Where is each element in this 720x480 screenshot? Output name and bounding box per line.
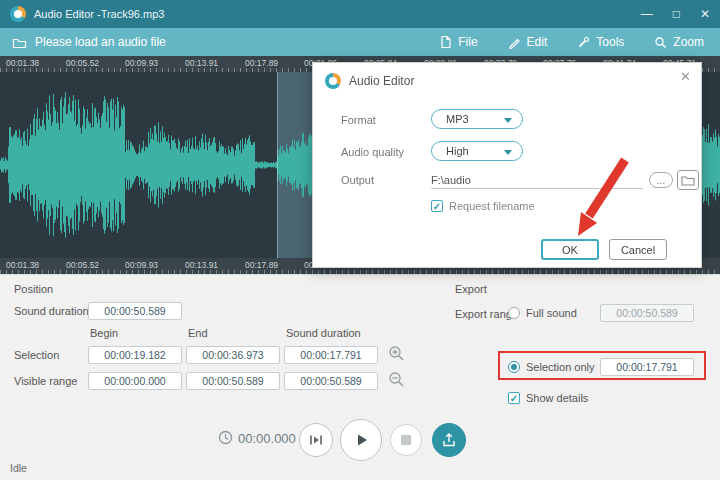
- minimize-button[interactable]: —: [641, 0, 653, 28]
- time-label: 00:17.89: [245, 58, 278, 68]
- maximize-button[interactable]: □: [673, 0, 680, 28]
- selection-label: Selection: [14, 349, 59, 361]
- selection-end-value[interactable]: 00:00:36.973: [186, 346, 280, 364]
- request-filename-label: Request filename: [449, 200, 535, 212]
- sound-duration-label: Sound duration: [14, 305, 89, 317]
- stop-button[interactable]: [390, 424, 422, 456]
- visible-begin-value[interactable]: 00:00:00.000: [88, 372, 182, 390]
- browse-button[interactable]: ...: [649, 172, 673, 188]
- file-icon: [440, 35, 452, 49]
- audio-quality-dropdown[interactable]: High: [431, 141, 523, 161]
- window-title: Audio Editor -Track96.mp3: [34, 8, 164, 20]
- menu-edit[interactable]: Edit: [508, 35, 548, 49]
- position-label: Position: [14, 283, 53, 295]
- toolbar: Please load an audio file File Edit Tool…: [0, 28, 720, 56]
- full-sound-value: 00:00:50.589: [600, 304, 694, 322]
- selection-only-label: Selection only: [526, 361, 595, 373]
- show-details-checkbox[interactable]: ✓: [508, 392, 520, 404]
- magnifier-icon: [654, 36, 667, 49]
- visible-duration-value[interactable]: 00:00:50.589: [284, 372, 378, 390]
- time-label: 00:09.93: [125, 260, 158, 270]
- chevron-down-icon: [504, 150, 512, 155]
- app-logo-icon: [10, 6, 26, 22]
- audio-editor-window: Audio Editor -Track96.mp3 — □ ✕ Please l…: [0, 0, 720, 480]
- show-details-label: Show details: [526, 392, 588, 404]
- dialog-logo-icon: [325, 73, 341, 89]
- request-filename-checkbox[interactable]: ✓: [431, 200, 443, 212]
- status-text: Idle: [10, 462, 27, 474]
- format-value: MP3: [446, 113, 469, 125]
- time-label: 00:01.38: [6, 260, 39, 270]
- menu-file[interactable]: File: [440, 35, 477, 49]
- full-sound-radio[interactable]: [508, 307, 520, 319]
- play-button[interactable]: [340, 419, 382, 461]
- menu-zoom-label: Zoom: [673, 35, 704, 49]
- open-file-icon: [12, 36, 27, 49]
- col-end-header: End: [188, 327, 208, 339]
- time-label: 00:17.89: [245, 260, 278, 270]
- selection-begin-value[interactable]: 00:00:19.182: [88, 346, 182, 364]
- time-label: 00:01.38: [6, 58, 39, 68]
- pencil-icon: [508, 36, 521, 49]
- playback-time: 00:00.000: [238, 431, 296, 446]
- dialog-title: Audio Editor: [349, 74, 414, 88]
- selection-duration-value[interactable]: 00:00:17.791: [284, 346, 378, 364]
- clock-icon: [218, 430, 233, 449]
- time-label: 00:13.91: [185, 58, 218, 68]
- load-audio-label: Please load an audio file: [35, 35, 166, 49]
- time-label: 00:13.91: [185, 260, 218, 270]
- col-begin-header: Begin: [90, 327, 118, 339]
- cancel-button[interactable]: Cancel: [609, 239, 667, 260]
- zoom-in-icon[interactable]: [388, 345, 406, 363]
- zoom-out-icon[interactable]: [388, 371, 406, 389]
- export-label: Export: [455, 283, 487, 295]
- visible-range-label: Visible range: [14, 375, 77, 387]
- menu-tools[interactable]: Tools: [577, 35, 624, 49]
- dialog-header: Audio Editor: [325, 73, 414, 89]
- title-bar: Audio Editor -Track96.mp3 — □ ✕: [0, 0, 720, 28]
- format-dropdown[interactable]: MP3: [431, 109, 523, 129]
- dialog-close-icon[interactable]: ✕: [680, 69, 691, 84]
- play-selection-button[interactable]: [299, 423, 333, 457]
- time-label: 00:05.52: [66, 58, 99, 68]
- export-button[interactable]: [432, 423, 466, 457]
- open-folder-button[interactable]: [677, 170, 699, 190]
- close-button[interactable]: ✕: [700, 0, 710, 28]
- full-sound-label: Full sound: [526, 307, 577, 319]
- menu-tools-label: Tools: [596, 35, 624, 49]
- time-label: 00:05.52: [66, 260, 99, 270]
- menu-edit-label: Edit: [527, 35, 548, 49]
- export-dialog: Audio Editor ✕ Format MP3 Audio quality …: [312, 62, 702, 268]
- load-audio-button[interactable]: Please load an audio file: [12, 35, 166, 49]
- menu-file-label: File: [458, 35, 477, 49]
- selection-only-radio[interactable]: [508, 361, 520, 373]
- format-label: Format: [341, 114, 376, 126]
- time-label: 00:09.93: [125, 58, 158, 68]
- output-path-input[interactable]: [431, 171, 643, 189]
- selection-only-value[interactable]: 00:00:17.791: [600, 358, 694, 376]
- chevron-down-icon: [504, 118, 512, 123]
- col-duration-header: Sound duration: [286, 327, 361, 339]
- sound-duration-value: 00:00:50.589: [88, 302, 182, 320]
- ok-button[interactable]: OK: [541, 239, 599, 260]
- audio-quality-value: High: [446, 145, 469, 157]
- wrench-icon: [577, 36, 590, 49]
- audio-quality-label: Audio quality: [341, 146, 404, 158]
- visible-end-value[interactable]: 00:00:50.589: [186, 372, 280, 390]
- output-label: Output: [341, 174, 374, 186]
- menu-zoom[interactable]: Zoom: [654, 35, 704, 49]
